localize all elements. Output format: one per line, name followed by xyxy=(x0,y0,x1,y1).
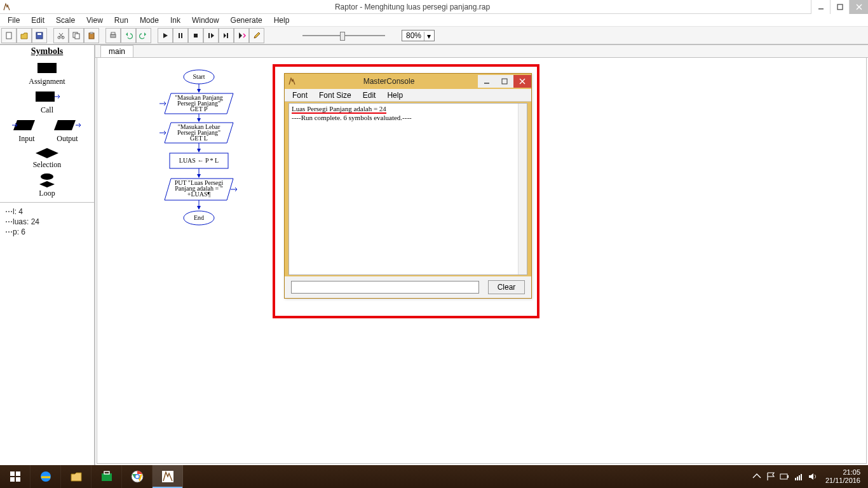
console-menubar: Font Font Size Edit Help xyxy=(285,89,531,102)
symbol-assignment[interactable]: Assignment xyxy=(0,60,94,86)
master-console-window[interactable]: MasterConsole Font Font Size Edit Help xyxy=(284,73,532,299)
symbols-panel: Symbols Assignment Call Input Output xyxy=(0,45,94,203)
console-maximize-button[interactable] xyxy=(496,75,513,88)
open-icon[interactable] xyxy=(17,28,32,43)
console-scrollbar[interactable] xyxy=(518,104,527,274)
redo-icon[interactable] xyxy=(136,28,151,43)
menu-scale[interactable]: Scale xyxy=(51,15,80,26)
menu-ink[interactable]: Ink xyxy=(165,15,186,26)
start-button[interactable] xyxy=(0,465,31,488)
symbol-selection[interactable]: Selection xyxy=(0,146,94,170)
console-bottom-bar: Clear xyxy=(285,276,531,298)
stop-icon[interactable] xyxy=(188,28,203,43)
svg-rect-50 xyxy=(16,471,20,476)
chrome-icon xyxy=(130,470,144,484)
svg-rect-65 xyxy=(799,475,800,480)
toolbar: 80% ▾ xyxy=(0,27,868,44)
taskbar-explorer[interactable] xyxy=(61,465,92,488)
symbol-call[interactable]: Call xyxy=(0,89,94,115)
save-icon[interactable] xyxy=(32,28,47,43)
zoom-select[interactable]: 80% ▾ xyxy=(402,30,435,41)
menu-view[interactable]: View xyxy=(81,15,108,26)
svg-rect-66 xyxy=(801,474,802,480)
pencil-icon[interactable] xyxy=(249,28,264,43)
ie-icon xyxy=(39,470,53,484)
variables-panel: ⋯l: 4 ⋯luas: 24 ⋯p: 6 xyxy=(0,203,94,465)
undo-icon[interactable] xyxy=(121,28,136,43)
svg-text:GET P: GET P xyxy=(190,105,208,112)
console-title: MasterConsole xyxy=(300,77,478,86)
svg-point-24 xyxy=(41,173,53,180)
window-title: Raptor - Menghitung luas persegi panjang… xyxy=(14,3,811,11)
svg-rect-20 xyxy=(208,33,210,38)
console-menu-edit[interactable]: Edit xyxy=(358,90,381,101)
var-l: ⋯l: 4 xyxy=(5,207,89,217)
taskbar-store[interactable] xyxy=(92,465,122,488)
console-titlebar[interactable]: MasterConsole xyxy=(285,74,531,89)
console-close-button[interactable] xyxy=(513,75,531,88)
cut-icon[interactable] xyxy=(53,28,69,43)
folder-icon xyxy=(69,470,83,484)
tray-up-icon[interactable] xyxy=(752,471,762,482)
menu-help[interactable]: Help xyxy=(269,15,295,26)
step-to-end-icon[interactable] xyxy=(219,28,234,43)
svg-text:Start: Start xyxy=(193,73,205,80)
close-button[interactable] xyxy=(849,0,868,14)
console-menu-font[interactable]: Font xyxy=(287,90,313,101)
step-over-icon[interactable] xyxy=(203,28,219,43)
pause-icon[interactable] xyxy=(173,28,188,43)
menu-run[interactable]: Run xyxy=(109,15,133,26)
new-icon[interactable] xyxy=(1,28,17,43)
wifi-icon[interactable] xyxy=(794,471,804,482)
symbol-loop[interactable]: Loop xyxy=(0,172,94,198)
flag-icon[interactable] xyxy=(766,471,776,482)
console-minimize-button[interactable] xyxy=(478,75,496,88)
step-into-icon[interactable] xyxy=(234,28,249,43)
menu-mode[interactable]: Mode xyxy=(135,15,164,26)
var-luas: ⋯luas: 24 xyxy=(5,217,89,227)
tray-clock[interactable]: 21:05 21/11/2016 xyxy=(822,468,864,485)
svg-rect-63 xyxy=(795,478,796,480)
maximize-button[interactable] xyxy=(830,0,849,14)
console-menu-fontsize[interactable]: Font Size xyxy=(314,90,356,101)
svg-rect-19 xyxy=(194,34,198,37)
tray-time: 21:05 xyxy=(825,468,860,477)
console-output: Luas Persegi Panjang adalah = 24 ----Run… xyxy=(288,103,527,275)
speed-slider[interactable] xyxy=(302,31,385,40)
minimize-button[interactable] xyxy=(811,0,830,14)
symbol-output-label: Output xyxy=(57,134,78,144)
symbol-assignment-label: Assignment xyxy=(29,77,65,86)
speaker-icon[interactable] xyxy=(808,471,818,482)
tab-main[interactable]: main xyxy=(100,45,133,57)
symbol-input[interactable]: Input xyxy=(11,118,43,144)
taskbar-ie[interactable] xyxy=(31,465,61,488)
copy-icon[interactable] xyxy=(69,28,84,43)
paste-icon[interactable] xyxy=(84,28,99,43)
chevron-down-icon: ▾ xyxy=(424,32,433,41)
svg-rect-55 xyxy=(104,471,109,474)
menu-window[interactable]: Window xyxy=(187,15,224,26)
svg-rect-12 xyxy=(75,34,79,39)
taskbar-raptor[interactable] xyxy=(153,465,183,488)
console-input[interactable] xyxy=(291,281,479,294)
menubar: File Edit Scale View Run Mode Ink Window… xyxy=(0,14,868,27)
svg-text:GET L: GET L xyxy=(190,135,208,142)
menu-edit[interactable]: Edit xyxy=(26,15,50,26)
titlebar: Raptor - Menghitung luas persegi panjang… xyxy=(0,0,868,14)
symbol-output[interactable]: Output xyxy=(51,118,83,144)
taskbar-chrome[interactable] xyxy=(122,465,153,488)
print-icon[interactable] xyxy=(105,28,121,43)
menu-file[interactable]: File xyxy=(3,15,25,26)
battery-icon[interactable] xyxy=(780,471,790,482)
svg-rect-18 xyxy=(181,33,182,38)
console-menu-help[interactable]: Help xyxy=(382,90,408,101)
flowchart-canvas[interactable]: Start "Masukan Panjang Persegi Panjang" … xyxy=(97,58,867,464)
symbol-loop-label: Loop xyxy=(39,189,55,198)
console-line-1: Luas Persegi Panjang adalah = 24 xyxy=(292,105,386,114)
menu-generate[interactable]: Generate xyxy=(226,15,268,26)
play-icon[interactable] xyxy=(158,28,173,43)
console-clear-button[interactable]: Clear xyxy=(488,280,525,294)
console-line-2: ----Run complete. 6 symbols evaluated.--… xyxy=(292,114,412,121)
taskbar: 21:05 21/11/2016 xyxy=(0,465,868,488)
tabstrip: main xyxy=(95,45,868,58)
